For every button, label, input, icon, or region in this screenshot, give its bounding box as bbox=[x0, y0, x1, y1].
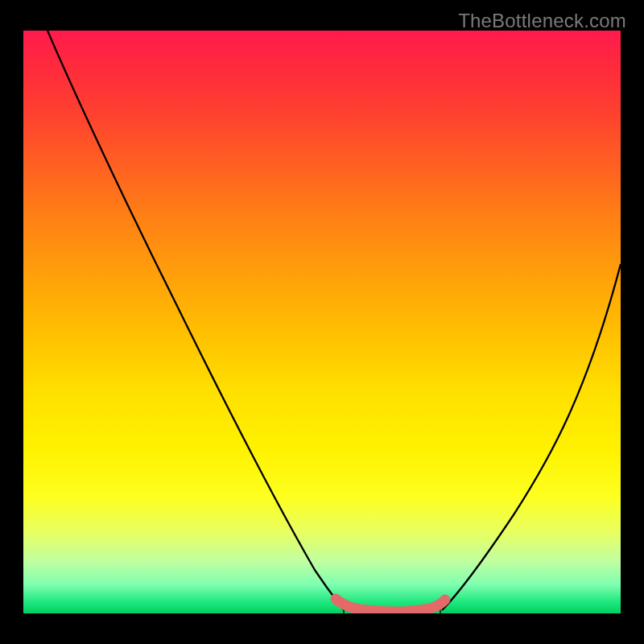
left-curve-path bbox=[47, 31, 344, 610]
chart-overlay bbox=[23, 31, 621, 613]
chart-frame: TheBottleneck.com bbox=[0, 0, 644, 644]
bottom-flat-segment-path bbox=[336, 599, 445, 612]
watermark-text: TheBottleneck.com bbox=[458, 10, 626, 32]
right-curve-path bbox=[442, 264, 621, 610]
plot-area bbox=[23, 31, 621, 613]
